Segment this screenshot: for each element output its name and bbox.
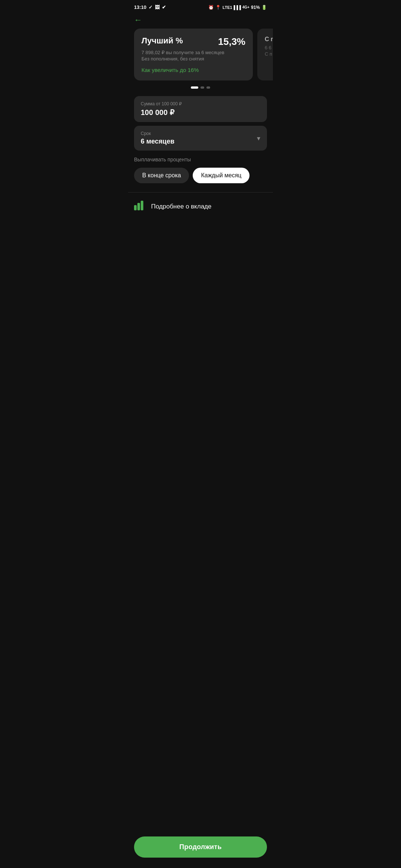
status-battery: 91% [251, 5, 260, 10]
section-divider [128, 192, 273, 193]
carousel-dots [128, 86, 273, 89]
status-time: 13:10 [134, 4, 146, 10]
svg-rect-2 [141, 201, 143, 210]
payout-toggle-group: В конце срока Каждый месяц [134, 168, 267, 183]
status-check-icon: ✓ [149, 4, 153, 10]
partial-card-header: С п [265, 36, 273, 43]
partial-card-rate: 6 6 [265, 45, 273, 50]
status-signal2-icon: 4G+ [242, 5, 250, 9]
card-title: Лучший % [141, 36, 183, 46]
status-right-group: ⏰ 📍 LTE1▐▐▐ 4G+ 91% 🔋 [208, 5, 267, 10]
status-alarm-icon: ⏰ [208, 5, 214, 10]
dot-1 [191, 86, 198, 89]
amount-value: 100 000 ₽ [141, 108, 260, 117]
card-link[interactable]: Как увеличить до 16% [141, 67, 245, 73]
status-time-group: 13:10 ✓ 🖼 ✔ [134, 4, 166, 10]
detail-link[interactable]: Подробнее о вкладе [128, 198, 273, 214]
payout-monthly-button[interactable]: Каждый месяц [193, 168, 250, 183]
cards-container: Лучший % 15,3% 7 898,02 ₽ вы получите за… [128, 29, 273, 80]
payout-end-button[interactable]: В конце срока [134, 168, 189, 183]
dot-3 [206, 86, 210, 89]
status-bar: 13:10 ✓ 🖼 ✔ ⏰ 📍 LTE1▐▐▐ 4G+ 91% 🔋 [128, 0, 273, 13]
back-button[interactable]: ← [128, 13, 273, 29]
status-image-icon: 🖼 [155, 4, 160, 10]
card-subtitle1: 7 898,02 ₽ вы получите за 6 месяцев [141, 50, 245, 55]
detail-link-text: Подробнее о вкладе [151, 203, 211, 210]
term-label: Срок [141, 131, 175, 136]
chevron-down-icon: ▾ [257, 134, 260, 142]
term-value: 6 месяцев [141, 138, 175, 145]
best-rate-card[interactable]: Лучший % 15,3% 7 898,02 ₽ вы получите за… [134, 29, 253, 80]
term-content: Срок 6 месяцев [141, 131, 175, 145]
amount-label: Сумма от 100 000 ₽ [141, 101, 260, 106]
svg-rect-0 [134, 205, 137, 210]
card-rate: 15,3% [218, 36, 245, 47]
partial-card[interactable]: С п 6 6 С п [257, 29, 273, 80]
svg-rect-1 [137, 203, 140, 210]
status-battery-icon: 🔋 [261, 5, 267, 10]
card-header: Лучший % 15,3% [141, 36, 245, 47]
card-subtitle2: Без пополнения, без снятия [141, 56, 245, 62]
form-section: Сумма от 100 000 ₽ 100 000 ₽ Срок 6 меся… [128, 96, 273, 183]
status-done-icon: ✔ [162, 4, 166, 10]
page-spacer [128, 223, 273, 297]
payout-label: Выплачивать проценты [134, 157, 267, 162]
partial-card-sub: С п [265, 51, 273, 57]
amount-field[interactable]: Сумма от 100 000 ₽ 100 000 ₽ [134, 96, 267, 122]
term-field[interactable]: Срок 6 месяцев ▾ [134, 126, 267, 151]
chart-icon [134, 200, 146, 213]
dot-2 [200, 86, 204, 89]
status-location-icon: 📍 [215, 5, 221, 10]
partial-card-title: С п [265, 36, 273, 43]
status-signal-icon: LTE1▐▐▐ [222, 5, 241, 10]
back-arrow-icon: ← [134, 16, 142, 24]
